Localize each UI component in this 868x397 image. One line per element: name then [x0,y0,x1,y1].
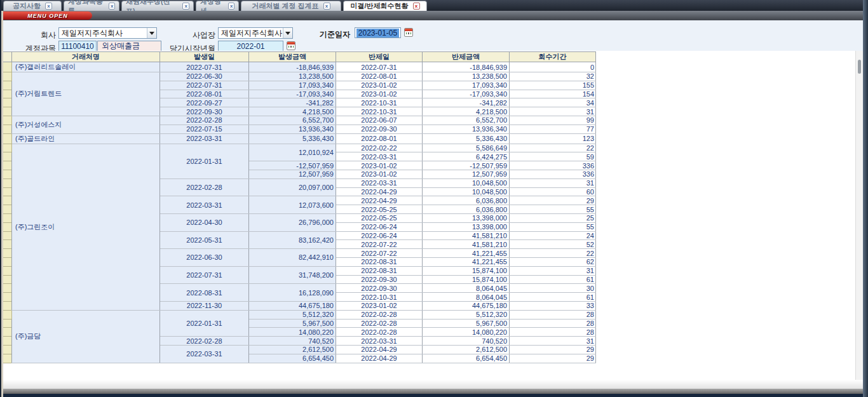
row-selector[interactable] [3,213,12,222]
cell-ra[interactable]: 8,064,045 [423,293,510,302]
cell-oa[interactable]: 5,336,430 [249,133,336,144]
cell-ra[interactable]: 41,581,210 [423,231,510,240]
cell-rd[interactable]: 2022-09-30 [336,275,423,284]
cell-cust[interactable]: (주)그린조이 [12,144,160,310]
cell-rd[interactable]: 2022-04-29 [336,345,423,354]
close-icon[interactable]: x [45,3,52,10]
tab-receivables-ledger[interactable]: 채권채무장(전표) x [121,1,194,11]
tab-customer-account-summary[interactable]: 거래처별 계정 집계표 x [241,1,341,11]
cell-rd[interactable]: 2022-06-07 [336,116,423,124]
row-selector[interactable] [3,240,12,249]
row-selector[interactable] [3,222,12,231]
base-date-input[interactable]: 2023-01-05 [355,27,401,38]
row-selector[interactable] [3,170,12,178]
cell-dy[interactable]: 31 [510,178,596,187]
cell-od[interactable]: 2022-03-31 [160,345,249,363]
cell-ra[interactable]: 41,221,455 [423,249,510,258]
cell-dy[interactable]: 22 [510,249,596,258]
cell-od[interactable]: 2022-07-31 [160,266,249,284]
col-header-occur-amount[interactable]: 발생금액 [249,52,336,62]
cell-dy[interactable]: 31 [510,107,596,116]
row-selector[interactable] [3,345,12,354]
cell-rd[interactable]: 2022-03-31 [336,152,423,161]
row-selector[interactable] [3,178,12,187]
vertical-scrollbar[interactable] [855,51,863,389]
cell-oa[interactable]: 6,552,700 [249,116,336,124]
cell-oa[interactable]: 14,080,220 [249,328,336,337]
cell-od[interactable]: 2022-06-30 [160,72,249,81]
row-selector[interactable] [3,205,12,214]
cell-oa[interactable]: 12,073,600 [249,196,336,214]
cell-oa[interactable]: 13,936,340 [249,124,336,133]
col-header-settle-amount[interactable]: 반제금액 [423,52,510,62]
row-selector[interactable] [3,161,12,170]
row-selector[interactable] [3,90,12,98]
close-icon[interactable]: x [109,3,115,10]
row-selector[interactable] [3,124,12,133]
cell-rd[interactable]: 2022-03-31 [336,337,423,346]
cell-ra[interactable]: 44,675,180 [423,301,510,310]
cell-rd[interactable]: 2022-07-22 [336,249,423,258]
cell-ra[interactable]: -17,093,340 [423,90,510,98]
horizontal-scrollbar[interactable] [3,380,863,389]
cell-rd[interactable]: 2022-10-31 [336,293,423,302]
tab-account-detail[interactable]: 계정명세 x [196,1,239,11]
row-selector[interactable] [3,293,12,302]
cell-dy[interactable]: 24 [510,231,596,240]
cell-oa[interactable]: 6,654,450 [249,354,336,363]
cell-oa[interactable]: 16,128,090 [249,284,336,302]
cell-rd[interactable]: 2022-07-22 [336,240,423,249]
cell-ra[interactable]: 6,036,800 [423,205,510,214]
row-selector[interactable] [3,249,12,258]
cell-rd[interactable]: 2023-01-02 [336,161,423,170]
cell-dy[interactable]: 28 [510,328,596,337]
cell-ra[interactable]: 41,221,455 [423,257,510,266]
cell-rd[interactable]: 2022-08-01 [336,133,423,144]
row-selector[interactable] [3,81,12,90]
row-selector[interactable] [3,98,12,107]
row-selector[interactable] [3,196,12,205]
cell-ra[interactable]: 17,093,340 [423,81,510,90]
cell-oa[interactable]: 82,442,910 [249,249,336,267]
scrollbar-thumb[interactable] [858,60,861,74]
account-code-input[interactable]: 11100410 [58,41,97,51]
cell-dy[interactable]: 77 [510,124,596,133]
cell-rd[interactable]: 2022-05-25 [336,213,423,222]
cell-dy[interactable]: 29 [510,345,596,354]
close-icon[interactable]: x [228,3,234,10]
cell-dy[interactable]: 155 [510,81,596,90]
cell-rd[interactable]: 2022-06-24 [336,222,423,231]
cell-rd[interactable]: 2022-08-31 [336,257,423,266]
cell-oa[interactable]: 44,675,180 [249,301,336,310]
cell-rd[interactable]: 2023-01-02 [336,90,423,98]
cell-ra[interactable]: -341,282 [423,98,510,107]
cell-rd[interactable]: 2022-03-31 [336,178,423,187]
cell-rd[interactable]: 2022-02-22 [336,144,423,152]
cell-dy[interactable]: 55 [510,205,596,214]
row-selector[interactable] [3,328,12,337]
cell-oa[interactable]: -341,282 [249,98,336,107]
cell-ra[interactable]: 6,552,700 [423,116,510,124]
cell-rd[interactable]: 2022-02-28 [336,319,423,328]
close-icon[interactable]: x [182,3,189,10]
calendar-icon[interactable] [287,41,295,50]
row-selector[interactable] [3,301,12,310]
cell-oa[interactable]: 5,967,500 [249,319,336,328]
cell-ra[interactable]: 14,080,220 [423,328,510,337]
cell-dy[interactable]: 29 [510,196,596,205]
cell-oa[interactable]: 5,512,320 [249,310,336,319]
cell-oa[interactable]: 20,097,000 [249,178,336,196]
cell-ra[interactable]: 15,874,100 [423,275,510,284]
cell-ra[interactable]: 13,398,000 [423,222,510,231]
col-header-customer[interactable]: 거래처명 [12,52,160,62]
cell-dy[interactable]: 61 [510,293,596,302]
cell-rd[interactable]: 2022-04-29 [336,187,423,196]
cell-oa[interactable]: -12,507,959 [249,161,336,170]
cell-dy[interactable]: 31 [510,337,596,346]
row-selector[interactable] [3,257,12,266]
cell-od[interactable]: 2022-03-31 [160,133,249,144]
row-selector[interactable] [3,62,12,72]
cell-dy[interactable]: 123 [510,133,596,144]
cell-dy[interactable]: 336 [510,161,596,170]
cell-oa[interactable]: 83,162,420 [249,231,336,249]
